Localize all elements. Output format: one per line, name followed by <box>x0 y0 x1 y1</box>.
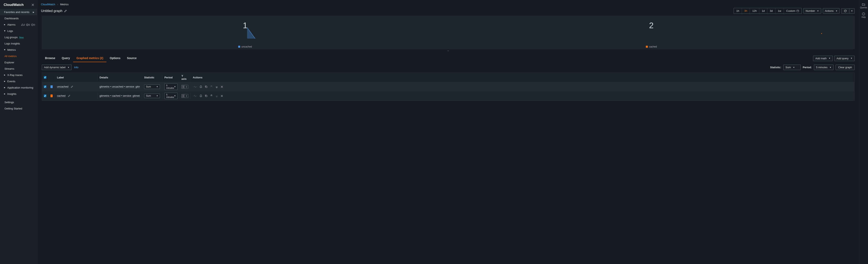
sidebar-all-metrics[interactable]: All metrics <box>0 53 37 59</box>
sidebar-metrics[interactable]: ▾Metrics <box>0 47 37 53</box>
data-point-icon <box>821 33 822 34</box>
select-all-checkbox[interactable] <box>44 76 46 79</box>
range-3h[interactable]: 3h <box>742 8 750 14</box>
caret-right-icon: ▶ <box>33 11 34 13</box>
col-yaxis: Y axis <box>179 73 191 82</box>
app-title: CloudWatch <box>4 3 24 7</box>
sidebar-log-groups[interactable]: Log groups New <box>0 34 37 41</box>
move-down-icon[interactable] <box>215 95 218 97</box>
sidebar-xray[interactable]: ▸X-Ray traces <box>0 72 37 78</box>
edit-icon[interactable] <box>71 85 73 88</box>
row-checkbox[interactable] <box>44 95 46 97</box>
calendar-icon <box>797 9 799 12</box>
sidebar-logs-insights[interactable]: Logs Insights <box>0 41 37 47</box>
copy-icon[interactable] <box>205 85 208 88</box>
sidebar-dashboards[interactable]: Dashboards <box>0 15 37 22</box>
add-math-dropdown[interactable]: Add math▼ <box>813 56 833 61</box>
resize-handle[interactable]: ═ <box>37 49 859 52</box>
breadcrumb: CloudWatch › Metrics <box>37 0 859 7</box>
visualization-dropdown[interactable]: Number▼ <box>803 8 821 14</box>
caret-down-icon: ▼ <box>174 95 176 97</box>
bell-icon[interactable] <box>199 85 202 88</box>
svg-rect-5 <box>206 96 207 97</box>
color-swatch[interactable] <box>51 85 53 88</box>
statistic-dropdown[interactable]: Sum▼ <box>783 64 801 70</box>
tab-browse[interactable]: Browse <box>42 54 59 62</box>
row-statistic-dropdown[interactable]: Sum▼ <box>144 84 160 89</box>
edit-icon[interactable] <box>64 9 67 12</box>
yaxis-toggle[interactable]: ⟨⟩ <box>181 94 188 98</box>
statistic-label: Statistic: <box>770 66 781 69</box>
right-rail: Queries Help <box>859 0 868 264</box>
edit-icon[interactable] <box>68 95 70 97</box>
breadcrumb-root[interactable]: CloudWatch <box>41 3 55 6</box>
caret-down-icon: ▾ <box>4 29 6 32</box>
range-1w[interactable]: 1w <box>775 8 784 14</box>
clear-graph-button[interactable]: Clear graph <box>836 64 855 70</box>
remove-icon[interactable] <box>221 95 223 97</box>
refresh-button[interactable] <box>841 8 849 14</box>
metric-details[interactable]: gitmetrix • uncached • service: gitmetri… <box>99 85 140 88</box>
sidebar-app-monitoring[interactable]: ▸Application monitoring <box>0 84 37 91</box>
caret-down-icon: ▼ <box>174 86 176 88</box>
remove-icon[interactable] <box>221 85 223 88</box>
sidebar-explorer[interactable]: Explorer <box>0 59 37 65</box>
metric-label[interactable]: cached <box>57 94 65 98</box>
refresh-menu[interactable]: ▼ <box>849 8 855 14</box>
sidebar-alarms[interactable]: ▸Alarms 0 0 0 <box>0 22 37 28</box>
add-query-dropdown[interactable]: Add query▼ <box>834 56 855 61</box>
main: CloudWatch › Metrics Untitled graph 1h 3… <box>37 0 859 264</box>
row-period-dropdown[interactable]: 5 minutes▼ <box>164 83 178 90</box>
range-1d[interactable]: 1d <box>760 8 767 14</box>
new-badge: New <box>19 36 24 39</box>
table-row: uncached gitmetrix • uncached • service:… <box>42 82 855 91</box>
move-up-icon[interactable] <box>210 95 213 97</box>
queries-button[interactable]: Queries <box>860 3 867 9</box>
range-custom[interactable]: Custom <box>784 8 802 14</box>
color-swatch[interactable] <box>51 95 53 97</box>
info-icon <box>862 12 865 16</box>
range-1h[interactable]: 1h <box>734 8 742 14</box>
add-dynamic-label-dropdown[interactable]: Add dynamic label▼ <box>42 64 71 70</box>
breadcrumb-current: Metrics <box>60 3 69 6</box>
tab-source[interactable]: Source <box>124 54 140 62</box>
row-statistic-dropdown[interactable]: Sum▼ <box>144 94 160 98</box>
col-details: Details <box>97 74 142 81</box>
info-link[interactable]: Info <box>74 66 79 69</box>
sidebar-getting-started[interactable]: Getting Started <box>0 105 37 112</box>
row-checkbox[interactable] <box>44 85 46 88</box>
metrics-table: Label Details Statistic Period Y axis Ac… <box>42 73 855 101</box>
metric-value: 2 <box>649 21 654 30</box>
row-period-dropdown[interactable]: 5 minutes▼ <box>164 93 178 99</box>
col-statistic: Statistic <box>142 74 162 81</box>
move-up-icon[interactable] <box>210 85 213 88</box>
caret-down-icon: ▼ <box>836 10 837 12</box>
copy-icon[interactable] <box>205 95 208 97</box>
tab-options[interactable]: Options <box>106 54 124 62</box>
sidebar-settings[interactable]: Settings <box>0 99 37 105</box>
caret-down-icon: ▼ <box>67 67 69 69</box>
range-12h[interactable]: 12h <box>750 8 760 14</box>
metric-label[interactable]: uncached <box>57 85 68 88</box>
tab-query[interactable]: Query <box>59 54 73 62</box>
tab-graphed-metrics[interactable]: Graphed metrics (2) <box>73 54 106 62</box>
pulse-icon[interactable]: -∿- <box>193 85 197 88</box>
metric-details[interactable]: gitmetrix • cached • service: gitmetrix … <box>99 94 140 98</box>
metric-panel-1: 1 <box>42 16 448 45</box>
sidebar-logs[interactable]: ▾Logs <box>0 28 37 34</box>
bell-icon[interactable] <box>199 95 202 97</box>
actions-dropdown[interactable]: Actions▼ <box>823 8 840 14</box>
move-down-icon[interactable] <box>215 85 218 88</box>
range-3d[interactable]: 3d <box>767 8 775 14</box>
caret-down-icon: ▼ <box>829 57 831 59</box>
pulse-icon[interactable]: -∿- <box>193 94 197 98</box>
yaxis-toggle[interactable]: ⟨⟩ <box>181 85 188 89</box>
sidebar-streams[interactable]: Streams <box>0 65 37 72</box>
legend-1: uncached <box>42 45 448 49</box>
close-icon[interactable] <box>31 3 34 6</box>
sidebar-favorites[interactable]: Favorites and recents ▶ <box>0 9 37 15</box>
period-dropdown[interactable]: 5 minutes▼ <box>814 64 834 70</box>
help-button[interactable]: Help <box>862 12 866 18</box>
sidebar-events[interactable]: ▸Events <box>0 78 37 84</box>
sidebar-insights[interactable]: ▸Insights <box>0 91 37 97</box>
